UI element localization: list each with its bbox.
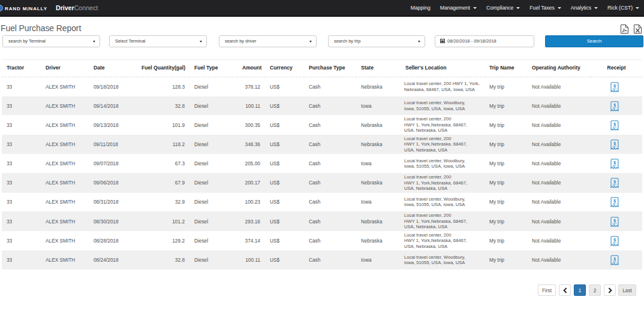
svg-text:$: $ (613, 257, 616, 262)
svg-text:$: $ (613, 84, 616, 89)
svg-text:$: $ (613, 180, 616, 185)
svg-text:$: $ (613, 238, 616, 243)
svg-text:$: $ (613, 103, 616, 108)
svg-text:$: $ (613, 199, 616, 204)
svg-text:$: $ (613, 161, 616, 166)
svg-text:$: $ (613, 122, 616, 127)
svg-text:$: $ (613, 219, 616, 223)
svg-text:$: $ (613, 141, 616, 146)
